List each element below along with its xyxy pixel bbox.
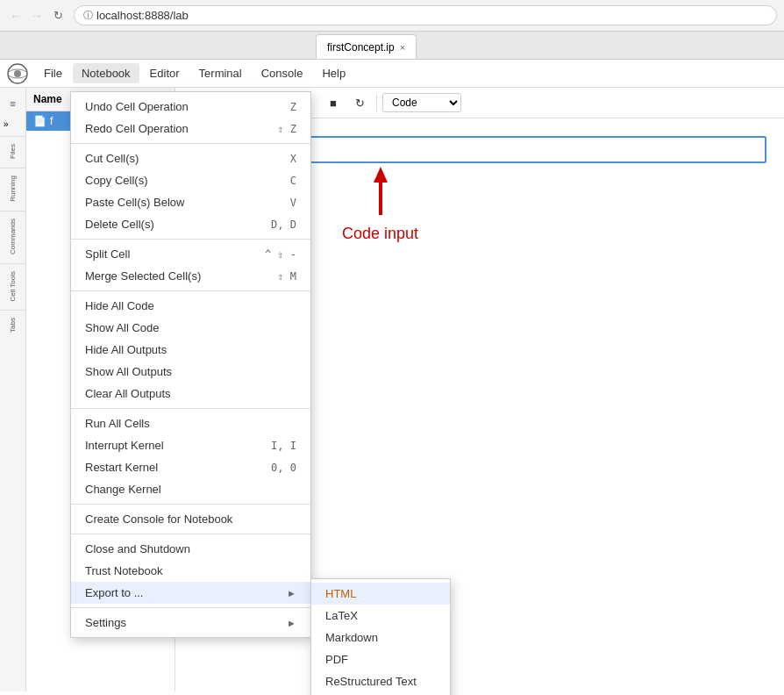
menu-settings[interactable]: Settings ►	[71, 612, 310, 634]
sidebar-files-label[interactable]: Files	[10, 140, 17, 162]
menu-interrupt-kernel-shortcut: I, I	[271, 440, 296, 452]
separator-3	[71, 290, 310, 291]
notebook-tab[interactable]: firstConcept.ip ×	[316, 34, 417, 59]
file-icon: 📄	[33, 115, 46, 127]
file-name: f	[50, 115, 53, 127]
menu-close-shutdown-label: Close and Shutdown	[85, 542, 190, 555]
menu-redo-cell-label: Redo Cell Operation	[85, 122, 189, 135]
sidebar-tabs-label[interactable]: Tabs	[10, 314, 17, 336]
menu-terminal[interactable]: Terminal	[190, 63, 251, 83]
menu-show-all-code[interactable]: Show All Code	[71, 317, 310, 339]
stop-kernel-button[interactable]: ■	[322, 91, 345, 114]
separator-7	[71, 607, 310, 608]
menu-settings-label: Settings	[85, 616, 126, 629]
code-input-annotation: Code input	[342, 167, 418, 243]
menu-delete-cell[interactable]: Delete Cell(s) D, D	[71, 213, 310, 235]
svg-point-1	[14, 70, 21, 77]
url-text: localhost:8888/lab	[96, 9, 189, 22]
sidebar-menu-icon[interactable]: ≡	[0, 91, 26, 116]
svg-marker-4	[374, 167, 388, 183]
nav-buttons: ← → ↻	[7, 7, 67, 25]
menu-redo-cell-shortcut: ⇧ Z	[277, 123, 296, 135]
sidebar-expand-icon[interactable]: »	[4, 119, 9, 129]
menu-console[interactable]: Console	[253, 63, 312, 83]
sidebar-commands-section: Commands	[0, 211, 25, 258]
annotation-text: Code input	[342, 225, 418, 243]
tab-title: firstConcept.ip	[327, 41, 395, 54]
menu-split-cell[interactable]: Split Cell ^ ⇧ -	[71, 243, 310, 265]
menu-split-cell-shortcut: ^ ⇧ -	[265, 248, 296, 261]
menu-close-shutdown[interactable]: Close and Shutdown	[71, 538, 310, 560]
menu-file[interactable]: File	[35, 63, 71, 83]
menu-editor[interactable]: Editor	[141, 63, 189, 83]
sidebar-commands-label[interactable]: Commands	[10, 215, 17, 258]
menu-show-all-outputs-label: Show All Outputs	[85, 365, 172, 378]
cell-type-select[interactable]: Code Markdown Raw	[382, 93, 461, 112]
menu-restart-kernel[interactable]: Restart Kernel 0, 0	[71, 456, 310, 478]
menu-merge-cell-shortcut: ⇧ M	[277, 270, 296, 283]
menu-interrupt-kernel[interactable]: Interrupt Kernel I, I	[71, 434, 310, 456]
tab-close-button[interactable]: ×	[400, 42, 405, 53]
menubar: File Notebook Editor Terminal Console He…	[0, 60, 784, 88]
menu-merge-cell-label: Merge Selected Cell(s)	[85, 269, 201, 283]
separator-1	[71, 143, 310, 144]
sidebar-running-section: Running	[0, 168, 25, 205]
menu-create-console[interactable]: Create Console for Notebook	[71, 508, 310, 530]
sidebar-celltools-label[interactable]: Cell Tools	[10, 268, 17, 305]
restart-kernel-button[interactable]: ↻	[348, 91, 371, 114]
export-restructured-text[interactable]: ReStructured Text	[311, 670, 450, 692]
lock-icon: ⓘ	[83, 9, 93, 22]
forward-button[interactable]: →	[28, 7, 46, 25]
menu-change-kernel-label: Change Kernel	[85, 483, 161, 496]
menu-run-all[interactable]: Run All Cells	[71, 412, 310, 434]
menu-hide-all-code[interactable]: Hide All Code	[71, 295, 310, 317]
submenu-arrow-export: ►	[287, 588, 296, 598]
menu-hide-all-code-label: Hide All Code	[85, 299, 154, 312]
menu-merge-cell[interactable]: Merge Selected Cell(s) ⇧ M	[71, 265, 310, 287]
menu-clear-all-outputs[interactable]: Clear All Outputs	[71, 383, 310, 405]
menu-paste-cell-label: Paste Cell(s) Below	[85, 196, 184, 209]
sidebar-tabs-section: Tabs	[0, 310, 25, 336]
export-markdown[interactable]: Markdown	[311, 627, 450, 648]
export-html[interactable]: HTML	[311, 583, 450, 605]
menu-show-all-outputs[interactable]: Show All Outputs	[71, 361, 310, 383]
tab-bar: firstConcept.ip ×	[0, 32, 784, 60]
menu-interrupt-kernel-label: Interrupt Kernel	[85, 439, 164, 452]
notebook-dropdown-menu: Undo Cell Operation Z Redo Cell Operatio…	[70, 91, 311, 638]
menu-undo-cell[interactable]: Undo Cell Operation Z	[71, 96, 310, 118]
menu-run-all-label: Run All Cells	[85, 417, 150, 430]
menu-restart-kernel-shortcut: 0, 0	[271, 462, 296, 474]
separator-5	[71, 504, 310, 505]
menu-trust-notebook[interactable]: Trust Notebook	[71, 560, 310, 582]
separator-4	[71, 408, 310, 409]
menu-copy-cell[interactable]: Copy Cell(s) C	[71, 169, 310, 191]
export-pdf[interactable]: PDF	[311, 648, 450, 670]
menu-cut-cell[interactable]: Cut Cell(s) X	[71, 147, 310, 169]
menu-split-cell-label: Split Cell	[85, 247, 130, 261]
submenu-arrow-settings: ►	[287, 618, 296, 628]
menu-notebook[interactable]: Notebook	[73, 63, 139, 83]
cell-input[interactable]	[255, 136, 766, 163]
menu-paste-cell-shortcut: V	[290, 197, 296, 209]
menu-paste-cell[interactable]: Paste Cell(s) Below V	[71, 191, 310, 213]
menu-delete-cell-shortcut: D, D	[271, 219, 296, 231]
address-bar[interactable]: ⓘ localhost:8888/lab	[74, 5, 777, 25]
browser-toolbar: ← → ↻ ⓘ localhost:8888/lab	[0, 0, 784, 31]
app-logo	[7, 63, 28, 84]
browser-chrome: ← → ↻ ⓘ localhost:8888/lab	[0, 0, 784, 32]
menu-delete-cell-label: Delete Cell(s)	[85, 218, 154, 231]
reload-button[interactable]: ↻	[49, 7, 67, 25]
menu-hide-all-outputs-label: Hide All Outputs	[85, 343, 167, 356]
export-latex[interactable]: LaTeX	[311, 605, 450, 627]
menu-show-all-code-label: Show All Code	[85, 321, 160, 334]
menu-copy-cell-label: Copy Cell(s)	[85, 174, 148, 187]
menu-hide-all-outputs[interactable]: Hide All Outputs	[71, 339, 310, 361]
export-submenu: HTML LaTeX Markdown PDF ReStructured Tex…	[310, 578, 451, 695]
sidebar-running-label[interactable]: Running	[10, 172, 17, 205]
menu-help[interactable]: Help	[313, 63, 354, 83]
menu-change-kernel[interactable]: Change Kernel	[71, 478, 310, 500]
menu-redo-cell[interactable]: Redo Cell Operation ⇧ Z	[71, 118, 310, 140]
back-button[interactable]: ←	[7, 7, 25, 25]
menu-export[interactable]: Export to ... ► HTML LaTeX Markdown PDF …	[71, 582, 310, 604]
left-sidebar: ≡ » Files Running Commands Cell Tools Ta…	[0, 88, 26, 691]
